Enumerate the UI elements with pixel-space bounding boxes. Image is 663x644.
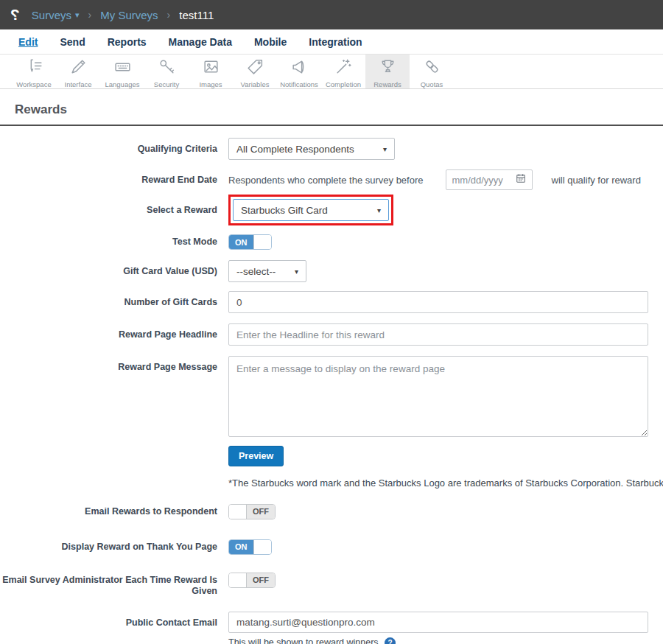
tab-manage-data[interactable]: Manage Data [169, 36, 232, 48]
contact-email-label: Public Contact Email [0, 612, 228, 629]
toggle-knob [253, 235, 271, 249]
message-label: Reward Page Message [0, 356, 228, 374]
gift-card-value-select[interactable]: --select-- ▾ [228, 260, 306, 282]
select-caret-icon: ▾ [383, 145, 387, 153]
breadcrumb-separator: › [167, 9, 171, 21]
toolbar-item-rewards[interactable]: Rewards [365, 55, 410, 88]
tab-mobile[interactable]: Mobile [254, 36, 287, 48]
page-title: Rewards [15, 102, 663, 117]
select-caret-icon: ▾ [295, 267, 298, 276]
breadcrumb-survey-name: test111 [179, 9, 214, 21]
help-icon[interactable]: ? [385, 637, 396, 644]
toggle-knob [229, 505, 247, 519]
chain-links-icon [423, 57, 441, 79]
end-date-prefix-text: Respondents who complete the survey befo… [228, 169, 424, 186]
email-admin-toggle[interactable]: OFF [228, 573, 276, 588]
key-icon [158, 57, 176, 79]
reward-end-date-label: Reward End Date [0, 169, 228, 186]
toolbar-item-languages[interactable]: Languages [100, 55, 144, 88]
select-reward-label: Select a Reward [0, 195, 228, 217]
tab-send[interactable]: Send [60, 36, 85, 48]
toolbar-item-security[interactable]: Security [144, 55, 189, 88]
toolbar-item-interface[interactable]: Interface [56, 55, 100, 88]
calendar-icon[interactable] [516, 173, 526, 186]
select-reward-select[interactable]: Starbucks Gift Card ▾ [233, 199, 389, 221]
select-caret-icon: ▾ [377, 206, 381, 214]
num-gift-cards-input[interactable] [228, 291, 648, 313]
num-gift-cards-label: Number of Gift Cards [0, 291, 228, 309]
tab-integration[interactable]: Integration [309, 36, 362, 48]
toolbar-item-notifications[interactable]: Notifications [277, 55, 321, 88]
email-rewards-label: Email Rewards to Respondent [0, 500, 228, 518]
trophy-icon [379, 57, 397, 79]
contact-email-helper-text: This will be shown to reward winners. [228, 637, 381, 644]
toggle-knob [229, 573, 247, 587]
end-date-suffix-text: will qualify for reward [552, 169, 641, 186]
top-header-bar: ? Surveys ▾ › My Surveys › test111 [0, 0, 663, 29]
toolbar-item-workspace[interactable]: Workspace [12, 55, 56, 88]
qualifying-criteria-select[interactable]: All Complete Respondents ▾ [228, 138, 395, 160]
headline-label: Reward Page Headline [0, 323, 228, 341]
email-admin-label: Email Survey Administrator Each Time Rew… [0, 569, 228, 598]
tab-edit[interactable]: Edit [18, 36, 38, 48]
questionpro-logo-icon[interactable]: ? [10, 6, 20, 24]
toolbar-item-variables[interactable]: Variables [233, 55, 277, 88]
pen-list-icon [25, 57, 43, 79]
paintbrush-icon [69, 57, 88, 79]
display-reward-label: Display Reward on Thank You Page [0, 536, 228, 553]
chevron-down-icon[interactable]: ▾ [75, 10, 80, 20]
message-textarea[interactable] [228, 356, 648, 437]
qualifying-criteria-label: Qualifying Criteria [0, 138, 228, 155]
tab-reports[interactable]: Reports [108, 36, 147, 48]
title-divider [0, 125, 663, 126]
magic-wand-icon [334, 57, 353, 79]
megaphone-icon [290, 57, 309, 79]
reward-end-date-input[interactable]: mm/dd/yyyy [446, 169, 533, 190]
edit-toolbar: Workspace Interface Languages Security I… [0, 55, 663, 89]
toolbar-item-completion[interactable]: Completion [321, 55, 365, 88]
starbucks-trademark-text: *The Starbucks word mark and the Starbuc… [228, 476, 663, 491]
preview-button[interactable]: Preview [228, 446, 284, 466]
display-reward-toggle[interactable]: ON [228, 539, 272, 555]
keyboard-icon [113, 57, 132, 79]
annotation-red-box: Starbucks Gift Card ▾ [228, 195, 393, 225]
main-nav-tabs: Edit Send Reports Manage Data Mobile Int… [0, 29, 663, 55]
gift-card-value-label: Gift Card Value (USD) [0, 260, 228, 278]
breadcrumb-separator: › [88, 9, 92, 21]
tag-icon [246, 57, 264, 79]
image-icon [202, 57, 220, 79]
test-mode-label: Test Mode [0, 231, 228, 248]
email-rewards-toggle[interactable]: OFF [228, 504, 276, 519]
headline-input[interactable] [228, 323, 648, 346]
breadcrumb-surveys[interactable]: Surveys [32, 9, 71, 21]
breadcrumb-my-surveys[interactable]: My Surveys [100, 9, 158, 21]
test-mode-toggle[interactable]: ON [228, 234, 272, 250]
contact-email-input[interactable] [228, 612, 648, 633]
toolbar-item-quotas[interactable]: Quotas [410, 55, 454, 88]
rewards-form: Qualifying Criteria All Complete Respond… [0, 138, 663, 644]
toolbar-item-images[interactable]: Images [189, 55, 233, 88]
toggle-knob [253, 540, 271, 554]
